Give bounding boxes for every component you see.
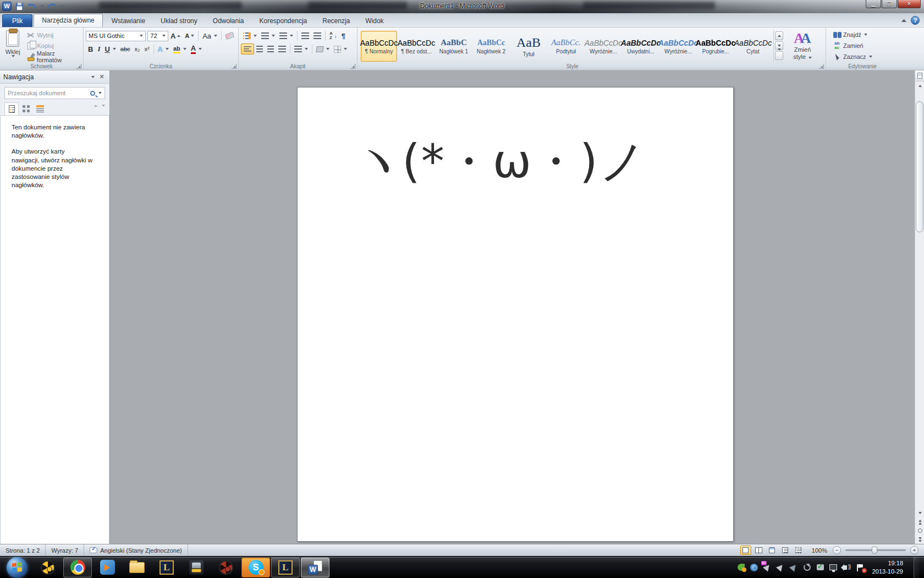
taskbar-app-league-running[interactable]: L bbox=[271, 558, 300, 577]
bold-button[interactable]: B bbox=[86, 43, 95, 54]
taskbar-app-radiation-yellow[interactable] bbox=[34, 558, 62, 577]
zoom-slider-handle[interactable] bbox=[872, 547, 877, 554]
navigation-pane-close-button[interactable]: ✕ bbox=[97, 73, 106, 81]
document-text[interactable]: ヽ(*・ω・)ノ bbox=[355, 130, 647, 193]
styles-gallery-more-button[interactable] bbox=[775, 51, 783, 60]
increase-indent-button[interactable] bbox=[311, 30, 323, 41]
taskbar-app-truck-simulator[interactable] bbox=[182, 558, 211, 577]
taskbar-app-chrome[interactable] bbox=[63, 558, 92, 577]
tab-narzedzia-glowne[interactable]: Narzędzia główne bbox=[34, 14, 102, 27]
font-color-button[interactable]: A bbox=[189, 43, 204, 54]
maximize-button[interactable]: ❐ bbox=[882, 0, 897, 8]
multilevel-list-button[interactable] bbox=[277, 30, 295, 41]
styles-scroll-up-button[interactable] bbox=[775, 31, 783, 40]
style-wyroznienie-intensywne[interactable]: AaBbCcDcWyróżnie... bbox=[660, 31, 696, 62]
tab-odwolania[interactable]: Odwołania bbox=[205, 15, 252, 27]
save-button[interactable] bbox=[14, 1, 24, 11]
taskbar-app-media-player[interactable] bbox=[93, 558, 122, 577]
close-button[interactable]: ✕ bbox=[898, 0, 921, 8]
next-heading-icon[interactable] bbox=[102, 105, 105, 107]
page-indicator[interactable]: Strona: 1 z 2 bbox=[0, 544, 46, 556]
decrease-indent-button[interactable] bbox=[299, 30, 311, 41]
tray-volume-icon[interactable] bbox=[843, 563, 851, 571]
select-button[interactable]: Zaznacz bbox=[831, 51, 898, 62]
change-styles-button[interactable]: AA Zmieństyle bbox=[787, 29, 818, 62]
previous-heading-icon[interactable] bbox=[94, 105, 97, 107]
paste-dropdown-caret[interactable] bbox=[12, 55, 15, 57]
draft-view-button[interactable] bbox=[793, 546, 804, 555]
tab-uklad-strony[interactable]: Układ strony bbox=[153, 15, 205, 27]
taskbar-app-radiation-red[interactable] bbox=[212, 558, 240, 577]
taskbar-app-skype[interactable]: S bbox=[241, 558, 270, 577]
tray-plane-icon[interactable] bbox=[777, 563, 785, 571]
text-effects-button[interactable]: A bbox=[156, 43, 171, 54]
justify-button[interactable] bbox=[276, 43, 288, 54]
style-tytul[interactable]: AaBTytuł bbox=[510, 31, 547, 62]
show-desktop-button[interactable] bbox=[914, 557, 920, 578]
start-button[interactable] bbox=[7, 557, 28, 578]
minimize-button[interactable]: ▁ bbox=[866, 0, 881, 8]
line-spacing-button[interactable] bbox=[292, 43, 310, 54]
format-painter-button[interactable]: Malarz formatów bbox=[24, 51, 82, 62]
font-dialog-launcher[interactable] bbox=[232, 64, 237, 69]
zoom-out-button[interactable]: − bbox=[833, 546, 841, 554]
tab-plik[interactable]: Plik bbox=[2, 14, 32, 27]
outline-view-button[interactable] bbox=[780, 546, 791, 555]
tab-widok[interactable]: Widok bbox=[358, 15, 391, 27]
show-marks-button[interactable]: ¶ bbox=[339, 30, 348, 41]
font-name-combo[interactable]: MS UI Gothic bbox=[86, 31, 146, 41]
document-page[interactable]: ヽ(*・ω・)ノ bbox=[297, 87, 734, 542]
vertical-scrollbar[interactable] bbox=[915, 70, 924, 544]
taskbar-app-word[interactable]: W bbox=[301, 558, 329, 577]
change-case-button[interactable]: Aa bbox=[200, 30, 219, 41]
tray-action-center-icon[interactable]: ✕ bbox=[856, 563, 864, 571]
redo-button[interactable] bbox=[47, 1, 57, 11]
style-naglowek-2[interactable]: AaBbCcNagłówek 2 bbox=[473, 31, 509, 62]
spellcheck-status[interactable]: Angielski (Stany Zjednoczone) bbox=[84, 544, 188, 556]
superscript-button[interactable]: x² bbox=[142, 43, 151, 54]
align-center-button[interactable] bbox=[254, 43, 265, 54]
borders-button[interactable] bbox=[332, 43, 349, 54]
search-icon[interactable] bbox=[90, 91, 95, 96]
navigation-pane-menu-button[interactable] bbox=[89, 73, 97, 81]
undo-dropdown-caret[interactable] bbox=[41, 5, 44, 7]
previous-page-button[interactable] bbox=[915, 517, 924, 526]
minimize-ribbon-icon[interactable] bbox=[901, 19, 906, 22]
next-page-button[interactable] bbox=[915, 535, 924, 544]
cut-button[interactable]: Wytnij bbox=[24, 30, 82, 40]
style-wyroznienie-delikatne[interactable]: AaBbCcDcWyróżnie... bbox=[585, 31, 622, 62]
style-naglowek-1[interactable]: AaBbCNagłówek 1 bbox=[436, 31, 472, 62]
print-layout-view-button[interactable] bbox=[740, 546, 751, 555]
shrink-font-button[interactable]: A bbox=[183, 30, 196, 41]
document-search-input[interactable]: Przeszukaj dokument bbox=[4, 87, 105, 99]
font-size-combo[interactable]: 72 bbox=[147, 31, 168, 41]
shading-button[interactable] bbox=[314, 43, 332, 54]
fullscreen-reading-view-button[interactable] bbox=[754, 546, 765, 555]
numbering-button[interactable] bbox=[259, 30, 277, 41]
zoom-in-button[interactable]: + bbox=[910, 546, 919, 554]
tray-update-check-icon[interactable] bbox=[816, 563, 824, 571]
bullets-button[interactable] bbox=[241, 30, 259, 41]
tab-browse-results[interactable] bbox=[33, 102, 47, 115]
align-left-button[interactable] bbox=[241, 43, 254, 54]
search-options-caret[interactable] bbox=[98, 92, 102, 94]
zoom-level[interactable]: 100% bbox=[812, 547, 827, 554]
align-right-button[interactable] bbox=[265, 43, 276, 54]
strikethrough-button[interactable]: abc bbox=[118, 43, 133, 54]
web-layout-view-button[interactable] bbox=[767, 546, 778, 555]
tray-network-icon[interactable] bbox=[829, 563, 838, 571]
taskbar-clock[interactable]: 19:18 2013-10-29 bbox=[869, 559, 909, 576]
style-uwydatnienie[interactable]: AaBbCcDcUwydatni... bbox=[623, 31, 659, 62]
style-cytat[interactable]: AaBbCcDcCytat bbox=[735, 31, 771, 62]
grow-font-button[interactable]: A bbox=[168, 30, 183, 41]
tab-wstawianie[interactable]: Wstawianie bbox=[104, 15, 153, 27]
styles-dialog-launcher[interactable] bbox=[819, 64, 824, 69]
find-button[interactable]: Znajdź bbox=[831, 29, 898, 40]
tab-recenzja[interactable]: Recenzja bbox=[315, 15, 358, 27]
subscript-button[interactable]: x₂ bbox=[133, 43, 142, 54]
clear-formatting-button[interactable] bbox=[223, 30, 236, 41]
italic-button[interactable]: I bbox=[95, 43, 102, 54]
word-app-icon[interactable]: W bbox=[2, 2, 12, 11]
style-bez-odstepow[interactable]: AaBbCcDc¶ Bez odst... bbox=[398, 31, 435, 62]
zoom-slider-track[interactable] bbox=[845, 549, 906, 551]
